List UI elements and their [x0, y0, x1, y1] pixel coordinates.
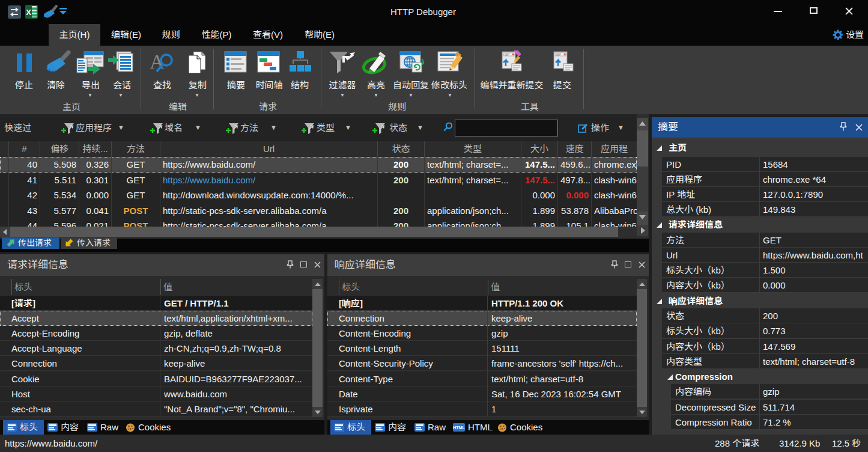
svg-text:X: X — [26, 8, 31, 17]
svg-text:HTML: HTML — [453, 426, 465, 430]
